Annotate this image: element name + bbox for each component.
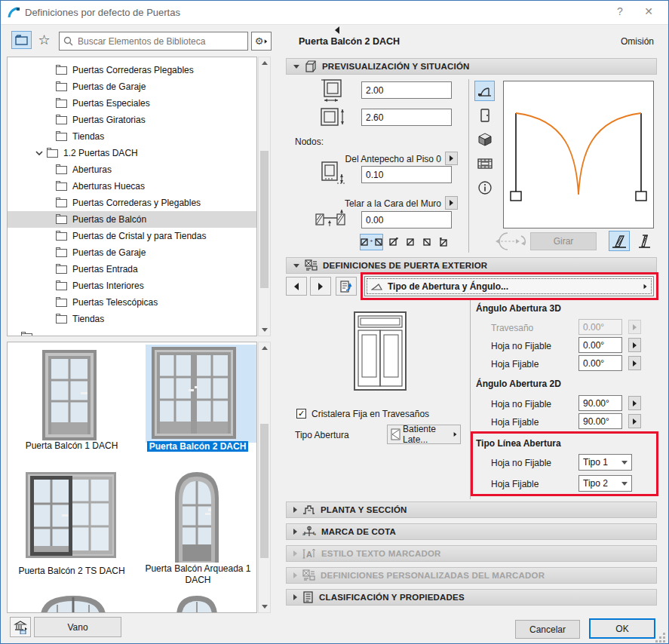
scroll-down-icon[interactable] bbox=[259, 324, 270, 336]
tree-item-expanded[interactable]: 1.2 Puertas DACH bbox=[8, 145, 257, 161]
travesano-angle-field bbox=[578, 319, 622, 335]
thumbnails-scrollbar-thumb[interactable] bbox=[260, 424, 269, 558]
hoja-no-fijable-2d-flyout-button[interactable] bbox=[628, 396, 641, 410]
hoja-fijable-2d-flyout-button[interactable] bbox=[628, 414, 641, 428]
anchor-option-selected-button[interactable]: ⁺ bbox=[360, 234, 383, 250]
tree-item[interactable]: Puertas Giratorias bbox=[8, 112, 257, 128]
sill-value-field[interactable] bbox=[361, 166, 452, 183]
tipo-abertura-dropdown[interactable]: Batiente Late... bbox=[387, 425, 461, 444]
preview-info-button[interactable] bbox=[474, 177, 495, 198]
vano-button-label: Vano bbox=[67, 622, 87, 633]
thumbnail-label[interactable]: Puerta Balcón 2 TS DACH bbox=[8, 566, 136, 576]
door-4-image bbox=[175, 472, 219, 563]
hoja-no-fijable-3d-field[interactable] bbox=[578, 337, 622, 353]
tree-scrollbar-thumb[interactable] bbox=[260, 151, 269, 288]
tree-item-label: 1.2 Puertas DACH bbox=[63, 148, 138, 158]
vano-button[interactable]: Vano bbox=[34, 617, 121, 637]
anchor-option-2-button[interactable] bbox=[386, 235, 400, 250]
tree-item-label: Puertas Correderas y Plegables bbox=[72, 198, 201, 208]
load-other-object-button[interactable] bbox=[10, 617, 31, 637]
thumbnail-partial-2[interactable] bbox=[176, 596, 217, 613]
travesano-label: Travesaño bbox=[491, 323, 533, 333]
threshold-option-1-button[interactable] bbox=[609, 231, 630, 251]
next-page-button[interactable] bbox=[310, 277, 331, 296]
scroll-up-icon[interactable] bbox=[259, 342, 270, 354]
tree-item[interactable]: Puertas Correderas Plegables bbox=[8, 62, 257, 78]
cristalera-fija-checkbox[interactable]: ✓ bbox=[296, 409, 306, 419]
tree-item[interactable]: Tiendas bbox=[8, 128, 257, 145]
thumbnail-door-4[interactable] bbox=[175, 472, 219, 566]
tree-item[interactable]: Tiendas bbox=[8, 311, 257, 327]
hoja-no-fijable-3d-flyout-button[interactable] bbox=[628, 338, 641, 352]
section-planta-header[interactable]: PLANTA Y SECCIÓN bbox=[286, 501, 657, 518]
previous-page-button[interactable] bbox=[286, 277, 307, 296]
tree-item[interactable]: Puertas Telescópicas bbox=[8, 294, 257, 311]
ok-button[interactable]: OK bbox=[589, 618, 655, 639]
thumbnail-door-2-selected[interactable] bbox=[152, 347, 236, 442]
svg-text:A: A bbox=[306, 550, 312, 559]
section-exterior-header[interactable]: DEFINICIONES DE PUERTA EXTERIOR bbox=[286, 257, 657, 274]
preview-vertical-separator bbox=[468, 79, 469, 253]
girar-button[interactable]: Girar bbox=[530, 232, 597, 250]
tree-item[interactable]: Puertas Interiores bbox=[8, 278, 257, 294]
preview-mode-3d-button[interactable] bbox=[474, 129, 495, 149]
hoja-fijable-3d-flyout-button[interactable] bbox=[628, 356, 641, 370]
anchor-glyph-icon bbox=[407, 238, 414, 246]
thumbnail-door-1[interactable] bbox=[42, 350, 97, 443]
scroll-down-icon[interactable] bbox=[259, 601, 270, 612]
section-preview-header[interactable]: PREVISUALIZACIÓN Y SITUACIÓN bbox=[286, 58, 657, 75]
folder-view-button[interactable] bbox=[11, 31, 32, 49]
thumbnail-label[interactable]: Puerta Balcón Arqueada 1 DACH bbox=[140, 563, 256, 586]
thumbnail-door-3[interactable] bbox=[26, 472, 116, 561]
search-input[interactable] bbox=[59, 32, 248, 51]
tree-item[interactable]: Puertas de Garaje bbox=[8, 78, 257, 95]
tree-item-selected[interactable]: Puertas de Balcón bbox=[8, 211, 257, 228]
thumbnail-label[interactable]: Puerta Balcón 1 DACH bbox=[8, 440, 136, 451]
linea-hoja-no-fijable-select[interactable]: Tipo 1 bbox=[578, 454, 632, 471]
preview-canvas[interactable] bbox=[503, 81, 654, 228]
reveal-value-field[interactable] bbox=[361, 211, 452, 228]
tree-item[interactable]: Puertas de Garaje bbox=[8, 244, 257, 261]
tree-item[interactable]: Puertas Especiales bbox=[8, 95, 257, 112]
hoja-no-fijable-2d-field[interactable] bbox=[578, 395, 622, 411]
opening-type-angle-dropdown[interactable]: Tipo de Abertura y Ángulo... bbox=[364, 276, 654, 296]
reveal-anchor-flyout-button[interactable] bbox=[445, 196, 458, 210]
tree-scrollbar[interactable] bbox=[258, 57, 271, 336]
resize-grip[interactable] bbox=[663, 633, 665, 635]
tree-item[interactable]: Puertas de Cristal y para Tiendas bbox=[8, 228, 257, 244]
preview-mode-elevation-button[interactable] bbox=[474, 105, 495, 125]
tree-item[interactable]: Aberturas Huecas bbox=[8, 178, 257, 195]
section-marca-cota-header[interactable]: a e MARCA DE COTA bbox=[286, 523, 657, 540]
door-width-field[interactable] bbox=[361, 81, 452, 99]
search-options-button[interactable]: ⚙ bbox=[251, 32, 272, 51]
door-height-field[interactable] bbox=[361, 109, 452, 126]
hoja-fijable-2d-field[interactable] bbox=[578, 413, 622, 429]
transfer-settings-button[interactable] bbox=[336, 277, 357, 296]
sill-anchor-flyout-button[interactable] bbox=[445, 152, 458, 165]
close-icon[interactable]: ✕ bbox=[640, 5, 658, 17]
chevron-down-icon[interactable] bbox=[35, 149, 44, 158]
favorites-view-button[interactable]: ☆ bbox=[34, 31, 54, 49]
anchor-option-3-button[interactable] bbox=[403, 235, 417, 250]
hoja-fijable-3d-field[interactable] bbox=[578, 355, 622, 371]
cancel-button[interactable]: Cancelar bbox=[515, 620, 580, 639]
anchor-option-5-button[interactable] bbox=[436, 235, 450, 250]
threshold-option-2-button[interactable] bbox=[634, 231, 655, 251]
gear-flyout-arrow-icon bbox=[265, 39, 268, 44]
tree-item[interactable]: Puertas Correderas y Plegables bbox=[8, 195, 257, 211]
thumbnail-label-selected[interactable]: Puerta Balcón 2 DACH bbox=[137, 441, 257, 452]
thumbnails-scrollbar[interactable] bbox=[258, 342, 271, 613]
linea-hoja-fijable-select[interactable]: Tipo 2 bbox=[578, 475, 632, 492]
section-clasificacion-header[interactable]: CLASIFICACIÓN Y PROPIEDADES bbox=[286, 589, 657, 606]
thumbnail-partial-1[interactable] bbox=[41, 596, 106, 613]
scroll-up-icon[interactable] bbox=[259, 57, 270, 69]
folder-icon bbox=[56, 100, 67, 108]
help-button[interactable]: ? bbox=[611, 5, 629, 17]
anchor-option-4-button[interactable] bbox=[419, 235, 434, 250]
tree-item[interactable]: Aberturas bbox=[8, 161, 257, 178]
collapse-panel-handle[interactable] bbox=[335, 26, 339, 34]
preview-mode-animation-button[interactable] bbox=[474, 153, 495, 173]
tipo-linea-title: Tipo Línea Abertura bbox=[476, 438, 561, 449]
tree-item[interactable]: Puertas Entrada bbox=[8, 261, 257, 278]
preview-mode-2d-button[interactable] bbox=[474, 81, 495, 101]
